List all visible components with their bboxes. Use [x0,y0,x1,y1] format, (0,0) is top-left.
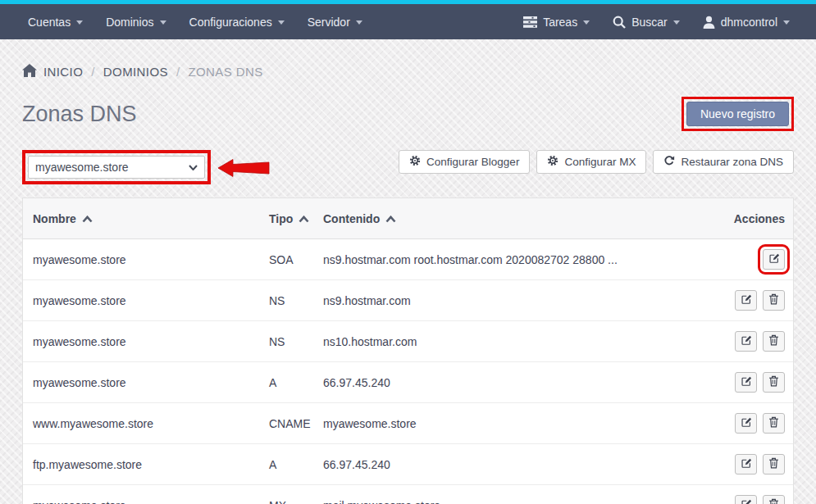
record-name: myawesome.store [23,376,269,389]
record-name: myawesome.store [23,335,269,348]
nav-label: Dominios [106,16,153,29]
record-content: mail.myawesome.store [323,499,688,504]
navbar-left: Cuentas Dominios Configuraciones Servido… [16,4,374,39]
highlight-new-record: Nuevo registro [682,97,794,131]
edit-icon [741,375,752,389]
delete-record-button[interactable] [763,331,785,352]
main-content: INICIO / DOMINIOS / ZONAS DNS Zonas DNS … [0,64,816,504]
button-label: Configurar Blogger [426,156,519,168]
trash-icon [768,375,779,389]
zone-action-buttons: Configurar Blogger Configurar MX Restaur… [399,150,794,174]
header-nombre[interactable]: Nombre [23,212,269,225]
trash-icon [768,334,779,348]
table-body: myawesome.store SOA ns9.hostmar.com root… [23,239,793,504]
delete-record-button[interactable] [763,372,785,393]
table-row: myawesome.store SOA ns9.hostmar.com root… [23,239,793,280]
record-type: SOA [269,253,323,266]
header-contenido[interactable]: Contenido [323,212,688,225]
table-header-row: Nombre Tipo Contenido Acciones [23,198,793,239]
breadcrumb-label: ZONAS DNS [188,65,262,79]
breadcrumb-label: INICIO [43,65,83,79]
nav-menu-tareas[interactable]: Tareas [512,4,601,39]
nav-label: Cuentas [28,16,71,29]
page-title: Zonas DNS [22,102,137,127]
delete-record-button[interactable] [763,290,785,311]
table-row: myawesome.store NS ns9.hostmar.com [23,280,793,321]
edit-icon [768,252,780,266]
caret-down-icon [278,20,285,25]
nav-label: Buscar [631,16,668,29]
edit-record-button[interactable] [735,290,757,311]
record-actions [688,249,793,270]
user-icon [703,16,715,29]
edit-record-button[interactable] [763,249,785,270]
nav-menu-cuentas[interactable]: Cuentas [16,4,94,39]
record-actions [688,372,793,393]
tasks-icon [523,16,537,28]
edit-icon [741,457,752,471]
breadcrumb-inicio[interactable]: INICIO [22,64,83,79]
button-label: Configurar MX [564,156,636,168]
table-row: myawesome.store A 66.97.45.240 [23,362,793,403]
edit-record-button[interactable] [735,413,757,434]
caret-down-icon [76,20,83,25]
delete-record-button[interactable] [763,454,785,474]
configure-mx-button[interactable]: Configurar MX [536,150,646,174]
nav-menu-buscar[interactable]: Buscar [601,4,691,39]
configure-blogger-button[interactable]: Configurar Blogger [399,150,530,174]
breadcrumb-separator: / [91,65,95,79]
sort-up-icon [385,212,396,225]
nav-menu-dominios[interactable]: Dominios [94,4,177,39]
delete-record-button[interactable] [763,495,785,504]
table-row: myawesome.store NS ns10.hostmar.com [23,321,793,362]
edit-record-button[interactable] [735,454,757,474]
header-tipo[interactable]: Tipo [269,212,323,225]
edit-icon [741,334,752,348]
nav-menu-servidor[interactable]: Servidor [296,4,374,39]
header-label: Acciones [734,212,785,225]
breadcrumb-separator: / [176,65,180,79]
dns-records-table: Nombre Tipo Contenido Acciones [22,198,794,504]
home-icon [22,64,37,79]
trash-icon [768,293,779,307]
record-actions [688,331,793,352]
record-name: myawesome.store [23,294,269,307]
nav-label: dhmcontrol [721,16,777,29]
record-name: myawesome.store [23,253,269,266]
record-name: ftp.myawesome.store [23,458,269,471]
breadcrumb-zonas-dns: ZONAS DNS [188,65,262,79]
nav-menu-user[interactable]: dhmcontrol [691,4,801,39]
record-actions [688,290,793,311]
nav-label: Configuraciones [189,16,272,29]
trash-icon [768,457,779,471]
edit-record-button[interactable] [735,331,757,352]
breadcrumb-dominios[interactable]: DOMINIOS [103,65,168,79]
record-type: MX [269,499,323,504]
edit-record-button[interactable] [735,372,757,393]
header-label: Contenido [323,212,380,225]
nav-menu-configuraciones[interactable]: Configuraciones [178,4,296,39]
caret-down-icon [673,20,680,25]
trash-icon [768,498,779,504]
trash-icon [768,416,779,430]
delete-record-button[interactable] [763,413,785,434]
restore-dns-zone-button[interactable]: Restaurar zona DNS [653,150,794,174]
new-record-button[interactable]: Nuevo registro [686,102,789,126]
edit-icon [741,293,752,307]
caret-down-icon [356,20,362,25]
record-actions [688,454,793,474]
record-content: 66.97.45.240 [323,376,688,389]
caret-down-icon [583,20,590,25]
gear-icon [409,155,421,169]
record-actions [688,495,793,504]
record-content: ns9.hostmar.com [323,294,688,307]
sort-up-icon [82,212,93,225]
gear-icon [547,155,558,169]
caret-down-icon [783,20,790,25]
zone-select[interactable]: myawesome.store [28,156,205,179]
annotation-arrow-left-icon [217,158,270,181]
record-content: ns9.hostmar.com root.hostmar.com 2020082… [323,253,688,266]
record-content: myawesome.store [323,417,688,430]
breadcrumb-label: DOMINIOS [103,65,168,79]
edit-record-button[interactable] [735,495,757,504]
